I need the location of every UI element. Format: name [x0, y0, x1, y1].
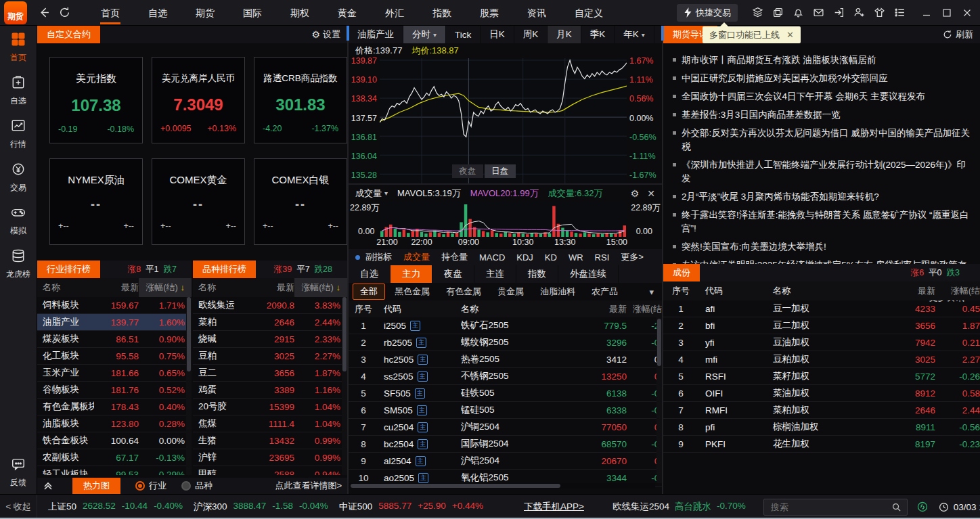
news-item-9[interactable]: 突然!美国宣布:向美墨边境大举增兵!: [673, 240, 971, 254]
rank-row-化工板块[interactable]: 化工板块95.580.75%: [37, 348, 192, 365]
quote-card-美元指数[interactable]: 美元指数107.38-0.19-0.18%: [49, 57, 143, 143]
period-tab-分时[interactable]: 分时▾: [403, 26, 446, 43]
market-row-i2505[interactable]: 1i2505主铁矿石2505779.5-2.: [349, 317, 662, 334]
quote-card-COMEX白银[interactable]: COMEX白银--+--+--: [254, 158, 347, 245]
rank-row-有色金属板块[interactable]: 有色金属板块178.430.40%: [37, 399, 192, 415]
market-row-rb2505[interactable]: 2rb2505主螺纹钢25053296-0.: [349, 334, 662, 351]
quick-trade-button[interactable]: 快捷交易: [677, 4, 738, 22]
search-box[interactable]: [763, 499, 908, 516]
category-贵金属[interactable]: 贵金属: [491, 284, 531, 299]
rank-row-农副板块[interactable]: 农副板块67.17-0.13%: [37, 449, 192, 466]
category-有色金属[interactable]: 有色金属: [439, 284, 488, 299]
sidebar-item-行情[interactable]: 行情: [0, 112, 37, 156]
rank-row-菜粕[interactable]: 菜粕26462.44%: [193, 314, 347, 331]
rank-row-谷物板块[interactable]: 谷物板块181.760.52%: [37, 382, 192, 399]
news-item-2[interactable]: 中国正研究反制措施应对美国再次加税?外交部回应: [673, 72, 971, 85]
components-row-mfi[interactable]: 4mfi豆粕加权30252.27: [663, 351, 980, 368]
radio-industry[interactable]: 行业: [135, 480, 166, 492]
nav-item-首页[interactable]: 首页: [87, 0, 134, 26]
indicator-KDJ[interactable]: KDJ: [516, 252, 533, 263]
sidebar-item-龙虎榜[interactable]: 龙虎榜: [0, 242, 37, 286]
components-row-pfi[interactable]: 8pfi棕榈油加权8911-0.56: [663, 419, 980, 436]
news-item-3[interactable]: 全国政协十四届三次会议4日下午开幕 会期6天 主要议程发布: [673, 90, 971, 104]
nav-item-股票[interactable]: 股票: [466, 0, 513, 26]
rank-row-豆粕[interactable]: 豆粕30252.27%: [193, 348, 347, 365]
category-黑色金属[interactable]: 黑色金属: [388, 284, 437, 299]
sidebar-item-交易[interactable]: 交易: [0, 156, 37, 199]
quote-card-路透CRB商品指数[interactable]: 路透CRB商品指数301.83-4.20-1.37%: [254, 57, 347, 143]
market-table-scrollbar[interactable]: [656, 317, 662, 483]
link-icon[interactable]: [917, 501, 928, 512]
tab-variety-rank[interactable]: 品种排行榜: [193, 261, 256, 278]
tab-custom-contracts[interactable]: 自定义合约: [37, 26, 100, 43]
components-row-afi[interactable]: 1afi豆一加权42330.45: [663, 300, 980, 317]
minimize-icon[interactable]: [916, 3, 937, 23]
rank-row-烧碱[interactable]: 烧碱29152.33%: [193, 331, 347, 348]
heatmap-detail-link[interactable]: 点此查看详情图>: [275, 480, 342, 492]
rank-row-甲醇[interactable]: 甲醇25880.94%: [193, 466, 347, 475]
market-row-cu2504[interactable]: 7cu2504主沪铜2504770500.: [349, 419, 662, 436]
news-item-4[interactable]: 基差报告:3月3日国内商品基差数据一览: [673, 108, 971, 122]
nav-item-自定义[interactable]: 自定义: [560, 0, 617, 26]
market-row-SF505[interactable]: 5SF505主硅铁5056138-0.: [349, 385, 662, 402]
collapse-chevron-icon[interactable]: [43, 481, 53, 491]
maximize-icon[interactable]: [937, 3, 957, 23]
market-tab-指数[interactable]: 指数: [516, 265, 558, 283]
indicator-WR[interactable]: WR: [569, 252, 583, 263]
multi-window-icon[interactable]: [767, 3, 788, 23]
refresh-button[interactable]: 刷新: [943, 28, 973, 41]
nav-item-国际[interactable]: 国际: [229, 0, 276, 26]
rank-row-欧线集运[interactable]: 欧线集运2090.83.83%: [193, 297, 347, 314]
period-tab-月K[interactable]: 月K: [548, 26, 581, 43]
nav-item-期货[interactable]: 期货: [181, 0, 229, 26]
col-change-sorted[interactable]: 涨幅(结) ↓: [139, 278, 192, 297]
hot-contract[interactable]: 欧线集运2504 高台跳水 -0.70%: [612, 501, 746, 513]
news-item-5[interactable]: 外交部:反对美方再次以芬太尼问题为借口 威胁对中国的输美产品加征关税: [673, 127, 971, 154]
user-plus-icon[interactable]: [849, 3, 869, 23]
volume-selector[interactable]: 成交量▾: [355, 187, 388, 200]
indicator-更多>[interactable]: 更多>: [621, 251, 644, 263]
sidebar-item-首页[interactable]: 首页: [0, 26, 37, 69]
market-tab-主连[interactable]: 主连: [474, 265, 516, 283]
search-input[interactable]: [770, 501, 891, 513]
volume-close-icon[interactable]: ✕: [647, 188, 655, 199]
period-tab-周K[interactable]: 周K: [514, 26, 548, 43]
period-tab-Tick[interactable]: Tick: [446, 26, 481, 43]
mail-icon[interactable]: [808, 3, 828, 23]
tab-components[interactable]: 成份: [663, 264, 700, 281]
volume-chart[interactable]: 22.89万 0.00 22.89万 0.00: [349, 202, 662, 237]
close-icon[interactable]: [957, 3, 977, 23]
rank-row-玉米产业[interactable]: 玉米产业181.660.65%: [37, 365, 192, 382]
skin-icon[interactable]: [869, 3, 889, 23]
market-table-hscrollbar[interactable]: [349, 483, 655, 489]
nav-item-期权[interactable]: 期权: [276, 0, 324, 26]
components-row-OIFI[interactable]: 6OIFI菜油加权89120.58: [663, 385, 980, 402]
layers-icon[interactable]: [747, 3, 767, 23]
sidebar-item-反馈[interactable]: 反馈: [0, 451, 37, 494]
variety-rank-scrollbar[interactable]: [342, 297, 347, 475]
list-settings-icon[interactable]: [889, 3, 910, 23]
tab-industry-rank[interactable]: 行业排行榜: [37, 261, 100, 278]
session-day-button[interactable]: 日盘: [485, 164, 516, 178]
components-row-RSFI[interactable]: 5RSFI菜籽加权5772-0.26: [663, 368, 980, 385]
components-row-yfi[interactable]: 3yfi豆油加权79420.21: [663, 334, 980, 351]
rank-row-鸡蛋[interactable]: 鸡蛋33891.16%: [193, 382, 347, 399]
rank-row-铁合金板块[interactable]: 铁合金板块100.640.00%: [37, 432, 192, 449]
category-油脂油料[interactable]: 油脂油料: [533, 284, 582, 299]
indicator-MACD[interactable]: MACD: [479, 252, 505, 263]
news-item-1[interactable]: 期市收评丨商品期货互有涨跌 油脂板块涨幅居前: [673, 53, 971, 67]
nav-item-自选[interactable]: 自选: [134, 0, 181, 26]
refresh-icon[interactable]: [54, 3, 74, 23]
download-app-link[interactable]: 下载手机APP>: [524, 501, 584, 513]
rank-row-轻工业板块[interactable]: 轻工业板块99.53-0.29%: [37, 466, 192, 475]
quote-card-美元兑离岸人民币[interactable]: 美元兑离岸人民币7.3049+0.0095+0.13%: [152, 57, 245, 143]
bell-icon[interactable]: [788, 3, 808, 23]
components-row-bfi[interactable]: 2bfi豆二加权36561.87: [663, 317, 980, 334]
category-全部[interactable]: 全部: [353, 284, 385, 300]
rank-row-20号胶[interactable]: 20号胶153991.04%: [193, 399, 347, 415]
heatmap-button[interactable]: 热力图: [72, 478, 120, 494]
market-tab-自选[interactable]: 自选: [349, 265, 391, 283]
market-tab-夜盘[interactable]: 夜盘: [432, 265, 474, 283]
sidebar-item-自选[interactable]: 自选: [0, 69, 37, 112]
rank-row-豆二[interactable]: 豆二36561.87%: [193, 365, 347, 382]
